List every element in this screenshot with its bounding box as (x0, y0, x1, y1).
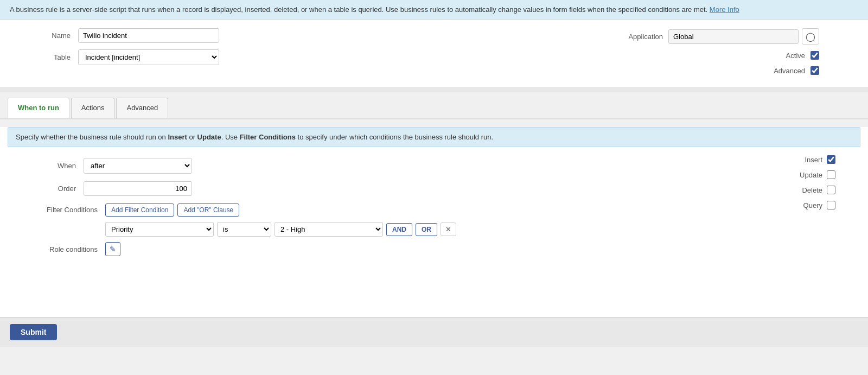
active-checkbox[interactable] (810, 51, 819, 60)
tab-advanced[interactable]: Advanced (116, 98, 168, 118)
update-label: Update (800, 171, 822, 179)
or-button[interactable]: OR (416, 223, 437, 236)
name-input[interactable] (78, 28, 219, 43)
active-row: Active (786, 51, 819, 60)
header-area: Name Table Incident [incident] Applicati… (0, 20, 868, 87)
advanced-checkbox[interactable] (810, 66, 819, 75)
filter-buttons: Add Filter Condition Add "OR" Clause (105, 204, 456, 217)
insert-checkbox[interactable] (827, 155, 835, 164)
submit-bar: Submit (0, 317, 868, 347)
submit-button[interactable]: Submit (10, 324, 57, 340)
filter-field-select[interactable]: Priority (105, 222, 214, 237)
info-banner: A business rule is a server-side script … (0, 0, 868, 20)
more-info-link[interactable]: More Info (710, 5, 739, 14)
right-fields: Application ◯ Active Advanced (418, 28, 852, 81)
table-label: Table (16, 53, 71, 61)
when-when-row: When before after async display (16, 158, 689, 174)
add-or-clause-button[interactable]: Add "OR" Clause (177, 204, 239, 217)
filter-op-select[interactable]: is (217, 222, 271, 237)
filter-conditions-label: Filter Conditions (16, 204, 98, 214)
application-input[interactable] (668, 29, 799, 44)
remove-condition-button[interactable]: ✕ (441, 223, 456, 236)
query-checkbox[interactable] (827, 201, 835, 209)
role-conditions-label: Role conditions (16, 245, 98, 253)
add-filter-condition-button[interactable]: Add Filter Condition (105, 204, 174, 217)
divider (0, 87, 868, 92)
when-area: When before after async display Order Fi… (0, 152, 868, 262)
when-select[interactable]: before after async display (84, 158, 192, 174)
update-check-row: Update (800, 170, 835, 179)
advanced-label: Advanced (774, 67, 805, 75)
application-row: Application ◯ (628, 28, 819, 45)
filter-condition-row: Priority is 2 - High AND OR ✕ (105, 222, 456, 237)
update-checkbox[interactable] (827, 170, 835, 179)
when-form: When before after async display Order Fi… (0, 152, 705, 262)
and-button[interactable]: AND (386, 223, 412, 236)
when-label: When (16, 162, 76, 170)
tab-content-when-to-run: Specify whether the business rule should… (0, 127, 868, 317)
tab-actions[interactable]: Actions (71, 98, 115, 118)
filter-val-select[interactable]: 2 - High (275, 222, 383, 237)
delete-checkbox[interactable] (827, 186, 835, 194)
left-fields: Name Table Incident [incident] (16, 28, 418, 72)
table-select[interactable]: Incident [incident] (78, 49, 219, 65)
order-row: Order (16, 181, 689, 196)
filter-conditions-row: Filter Conditions Add Filter Condition A… (16, 204, 689, 237)
globe-button[interactable]: ◯ (802, 28, 819, 45)
tabs-list: When to run Actions Advanced (0, 98, 868, 118)
name-row: Name (16, 28, 418, 43)
advanced-row: Advanced (774, 66, 819, 75)
order-label: Order (16, 185, 76, 193)
name-label: Name (16, 31, 71, 40)
tabs-area: When to run Actions Advanced (0, 98, 868, 119)
role-conditions-edit-button[interactable]: ✎ (105, 242, 120, 256)
query-check-row: Query (803, 201, 835, 209)
insert-label: Insert (805, 156, 822, 164)
filter-controls: Add Filter Condition Add "OR" Clause Pri… (105, 204, 456, 237)
role-conditions-row: Role conditions ✎ (16, 242, 689, 256)
when-to-run-info: Specify whether the business rule should… (8, 127, 860, 147)
order-input[interactable] (84, 181, 192, 196)
active-label: Active (786, 52, 805, 60)
query-label: Query (803, 201, 822, 209)
tab-when-to-run[interactable]: When to run (8, 98, 69, 118)
when-right: Insert Update Delete Query (705, 152, 868, 262)
application-label: Application (628, 33, 663, 41)
delete-check-row: Delete (802, 186, 835, 194)
delete-label: Delete (802, 186, 822, 194)
table-row: Table Incident [incident] (16, 49, 418, 65)
when-left: When before after async display Order Fi… (0, 152, 705, 262)
info-banner-text: A business rule is a server-side script … (10, 5, 707, 14)
insert-check-row: Insert (805, 155, 835, 164)
